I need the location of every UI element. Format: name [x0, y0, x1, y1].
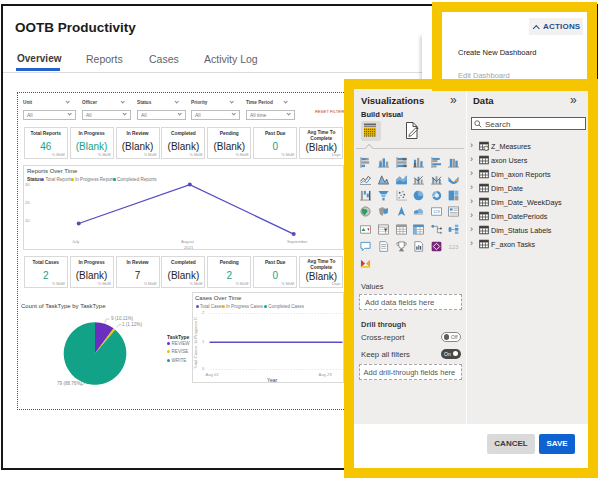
svg-text:123: 123 [448, 244, 459, 250]
svg-text:123: 123 [433, 209, 441, 214]
